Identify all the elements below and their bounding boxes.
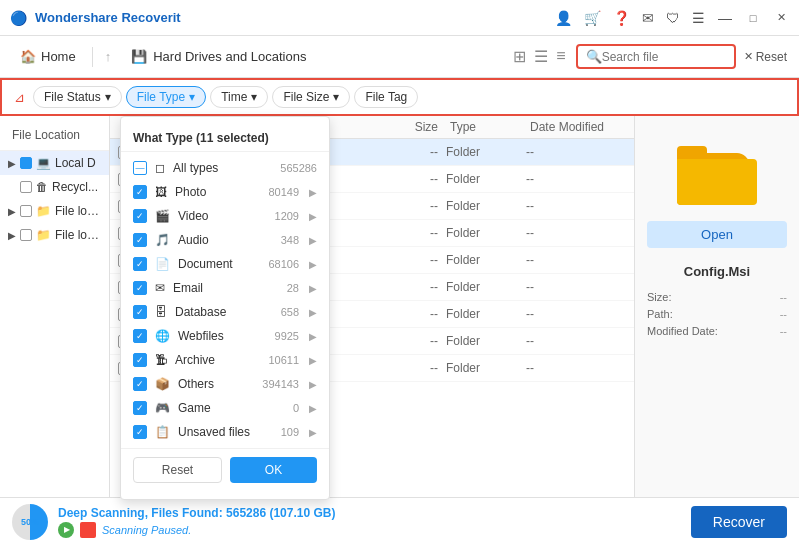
dropdown-check-unsaved: ✓	[133, 425, 147, 439]
dropdown-item-all-types[interactable]: — ◻ All types 565286	[121, 156, 329, 180]
dropdown-check-email: ✓	[133, 281, 147, 295]
scan-info: Deep Scanning, Files Found: 565286 (107.…	[58, 506, 681, 538]
video-arrow: ▶	[309, 211, 317, 222]
document-label: Document	[178, 257, 233, 271]
dropdown-check-audio: ✓	[133, 233, 147, 247]
chevron-icon-2: ▶	[8, 230, 16, 241]
dropdown-item-database[interactable]: ✓ 🗄 Database 658 ▶	[121, 300, 329, 324]
file-lost-2-label: File lost...	[55, 228, 101, 242]
meta-modified-row: Modified Date: --	[647, 325, 787, 337]
open-button[interactable]: Open	[647, 221, 787, 248]
right-panel: Open Config.Msi Size: -- Path: -- Modifi…	[634, 116, 799, 497]
all-types-label: All types	[173, 161, 218, 175]
file-col-date: --	[526, 253, 626, 267]
check-icon: ✓	[136, 403, 144, 413]
meta-size-value: --	[780, 291, 787, 303]
file-col-date: --	[526, 226, 626, 240]
sidebar-item-file-lost-1[interactable]: ▶ 📁 File lost...	[0, 199, 109, 223]
database-arrow: ▶	[309, 307, 317, 318]
minimize-button[interactable]: —	[717, 10, 733, 26]
file-col-type: Folder	[446, 334, 526, 348]
filter-time[interactable]: Time ▾	[210, 86, 268, 108]
file-col-size: --	[376, 172, 446, 186]
sidebar-item-file-lost-2[interactable]: ▶ 📁 File lost...	[0, 223, 109, 247]
filter-file-tag[interactable]: File Tag	[354, 86, 418, 108]
filter-file-size[interactable]: File Size ▾	[272, 86, 350, 108]
bottom-bar: 50% Deep Scanning, Files Found: 565286 (…	[0, 497, 799, 545]
file-col-type: Folder	[446, 361, 526, 375]
dropdown-ok-button[interactable]: OK	[230, 457, 317, 483]
video-icon: 🎬	[155, 209, 170, 223]
maximize-button[interactable]: □	[745, 10, 761, 26]
close-button[interactable]: ✕	[773, 10, 789, 26]
local-d-label: Local D	[55, 156, 96, 170]
dropdown-check-photo: ✓	[133, 185, 147, 199]
dropdown-item-archive[interactable]: ✓ 🗜 Archive 10611 ▶	[121, 348, 329, 372]
files-found-count: 565286	[226, 506, 266, 520]
audio-arrow: ▶	[309, 235, 317, 246]
dropdown-check-video: ✓	[133, 209, 147, 223]
scan-controls: ▶ Scanning Paused.	[58, 522, 681, 538]
check-icon: ✓	[136, 235, 144, 245]
file-col-date: --	[526, 361, 626, 375]
grid-view-icon[interactable]: ⊞	[511, 45, 528, 68]
video-label: Video	[178, 209, 208, 223]
search-input[interactable]	[602, 50, 712, 64]
audio-icon: 🎵	[155, 233, 170, 247]
filter-size-label: File Size	[283, 90, 329, 104]
dropdown-item-video[interactable]: ✓ 🎬 Video 1209 ▶	[121, 204, 329, 228]
file-col-type: Folder	[446, 145, 526, 159]
filter-bar: ⊿ File Status ▾ File Type ▾ Time ▾ File …	[0, 78, 799, 116]
filter-type-label: File Type	[137, 90, 185, 104]
tree-checkbox-file-lost-2[interactable]	[20, 229, 32, 241]
dropdown-footer: Reset OK	[121, 448, 329, 491]
dropdown-item-photo[interactable]: ✓ 🖼 Photo 80149 ▶	[121, 180, 329, 204]
search-box[interactable]: 🔍	[576, 44, 736, 69]
mail-icon[interactable]: ✉	[642, 10, 654, 26]
dropdown-reset-button[interactable]: Reset	[133, 457, 222, 483]
dropdown-item-webfiles[interactable]: ✓ 🌐 Webfiles 9925 ▶	[121, 324, 329, 348]
filter-type-arrow: ▾	[189, 90, 195, 104]
detail-view-icon[interactable]: ≡	[554, 45, 567, 68]
archive-count: 10611	[268, 354, 299, 366]
database-count: 658	[281, 306, 299, 318]
file-col-date: --	[526, 199, 626, 213]
check-icon: ✓	[136, 355, 144, 365]
dropdown-item-email[interactable]: ✓ ✉ Email 28 ▶	[121, 276, 329, 300]
recover-button[interactable]: Recover	[691, 506, 787, 538]
cart-icon[interactable]: 🛒	[584, 10, 601, 26]
menu-icon[interactable]: ☰	[692, 10, 705, 26]
dropdown-item-audio[interactable]: ✓ 🎵 Audio 348 ▶	[121, 228, 329, 252]
play-button[interactable]: ▶	[58, 522, 74, 538]
dropdown-item-document[interactable]: ✓ 📄 Document 68106 ▶	[121, 252, 329, 276]
check-icon: ✓	[136, 259, 144, 269]
dropdown-item-unsaved[interactable]: ✓ 📋 Unsaved files 109 ▶	[121, 420, 329, 444]
user-icon[interactable]: 👤	[555, 10, 572, 26]
meta-path-value: --	[780, 308, 787, 320]
filter-file-status[interactable]: File Status ▾	[33, 86, 122, 108]
reset-button[interactable]: ✕ Reset	[744, 50, 787, 64]
sidebar-item-local-d[interactable]: ▶ 💻 Local D	[0, 151, 109, 175]
home-button[interactable]: 🏠 Home	[12, 45, 84, 68]
file-location-tab[interactable]: File Location	[0, 120, 109, 151]
shield-icon[interactable]: 🛡	[666, 10, 680, 26]
document-arrow: ▶	[309, 259, 317, 270]
tree-checkbox-local-d[interactable]	[20, 157, 32, 169]
back-button[interactable]: ↑	[101, 45, 116, 68]
dropdown-item-others[interactable]: ✓ 📦 Others 394143 ▶	[121, 372, 329, 396]
file-col-date: --	[526, 280, 626, 294]
others-arrow: ▶	[309, 379, 317, 390]
stop-button[interactable]	[80, 522, 96, 538]
help-icon[interactable]: ❓	[613, 10, 630, 26]
audio-label: Audio	[178, 233, 209, 247]
sidebar-item-recycle[interactable]: 🗑 Recycl...	[0, 175, 109, 199]
folder-front	[677, 159, 757, 205]
dropdown-item-game[interactable]: ✓ 🎮 Game 0 ▶	[121, 396, 329, 420]
unsaved-icon: 📋	[155, 425, 170, 439]
check-icon: ✓	[136, 427, 144, 437]
tree-checkbox-file-lost-1[interactable]	[20, 205, 32, 217]
meta-path-row: Path: --	[647, 308, 787, 320]
list-view-icon[interactable]: ☰	[532, 45, 550, 68]
tree-checkbox-recycle[interactable]	[20, 181, 32, 193]
filter-file-type[interactable]: File Type ▾	[126, 86, 206, 108]
